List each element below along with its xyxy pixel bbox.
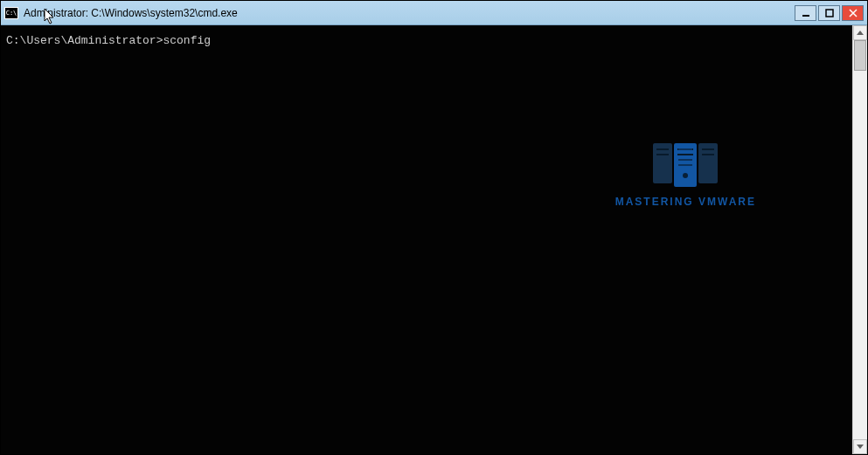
minimize-button[interactable]: [795, 5, 816, 21]
scroll-down-button[interactable]: [853, 439, 867, 454]
close-button[interactable]: [842, 5, 864, 21]
scroll-thumb[interactable]: [854, 40, 866, 71]
svg-rect-0: [802, 15, 809, 17]
svg-rect-1: [826, 10, 833, 17]
watermark-text: MASTERING VMWARE: [615, 196, 756, 208]
window-title: Administrator: C:\Windows\system32\cmd.e…: [24, 7, 795, 19]
server-icon: [615, 143, 756, 187]
cmd-icon: [4, 7, 18, 19]
console-output[interactable]: C:\Users\Administrator>sconfig MASTERING…: [1, 25, 852, 454]
scroll-up-button[interactable]: [853, 25, 867, 40]
server-tower-center: [674, 143, 697, 187]
maximize-button[interactable]: [818, 5, 840, 21]
command-prompt-window: Administrator: C:\Windows\system32\cmd.e…: [1, 1, 867, 454]
vertical-scrollbar[interactable]: [852, 25, 867, 454]
client-area: C:\Users\Administrator>sconfig MASTERING…: [1, 25, 867, 454]
console-line: C:\Users\Administrator>sconfig: [6, 32, 847, 51]
watermark: MASTERING VMWARE: [615, 143, 756, 208]
window-controls: [795, 5, 864, 21]
titlebar[interactable]: Administrator: C:\Windows\system32\cmd.e…: [1, 1, 867, 25]
server-tower-left: [653, 143, 672, 183]
server-tower-right: [698, 143, 718, 183]
scroll-track[interactable]: [853, 40, 867, 439]
